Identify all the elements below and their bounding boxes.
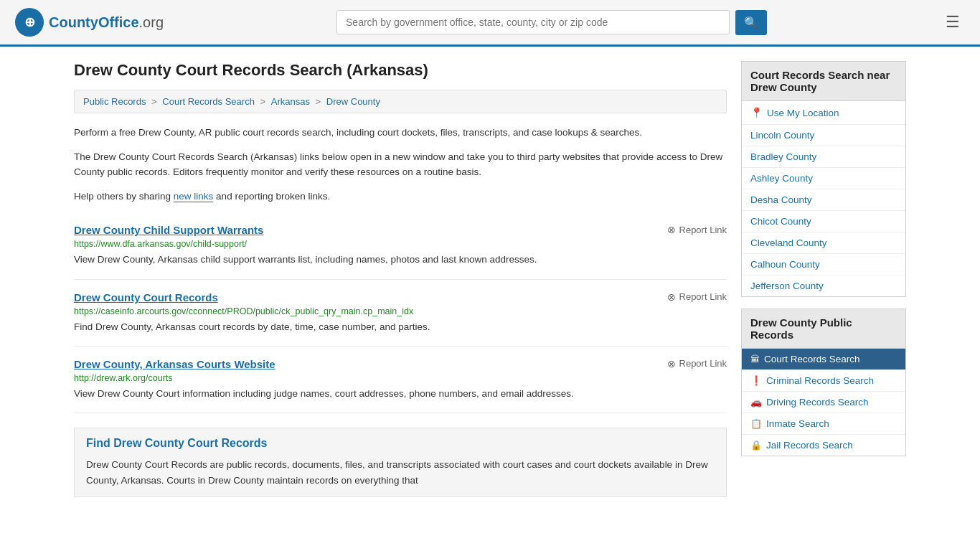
find-title: Find Drew County Court Records xyxy=(86,437,715,450)
sidebar-item-chicot[interactable]: Chicot County xyxy=(742,211,905,232)
site-header: ⊕ CountyOffice.org 🔍 ☰ xyxy=(0,0,980,47)
result-desc-1: View Drew County, Arkansas child support… xyxy=(74,253,727,267)
breadcrumb-public-records[interactable]: Public Records xyxy=(83,96,146,107)
sidebar-nearby-header: Court Records Search near Drew County xyxy=(741,61,906,101)
use-my-location-item[interactable]: 📍 Use My Location xyxy=(742,101,905,125)
result-url-2[interactable]: https://caseinfo.arcourts.gov/cconnect/P… xyxy=(74,306,727,316)
sidebar-item-jail-records[interactable]: 🔒 Jail Records Search xyxy=(742,435,905,456)
result-header: Drew County Child Support Warrants ⊗ Rep… xyxy=(74,224,727,236)
result-desc-2: Find Drew County, Arkansas court records… xyxy=(74,320,727,334)
result-header: Drew County, Arkansas Courts Website ⊗ R… xyxy=(74,358,727,370)
result-item: Drew County, Arkansas Courts Website ⊗ R… xyxy=(74,347,727,413)
inmate-icon: 📋 xyxy=(750,418,762,429)
breadcrumb-court-records-search[interactable]: Court Records Search xyxy=(162,96,255,107)
result-title-3[interactable]: Drew County, Arkansas Courts Website xyxy=(74,358,275,370)
page-title: Drew County Court Records Search (Arkans… xyxy=(74,61,727,80)
description-2: The Drew County Court Records Search (Ar… xyxy=(74,149,727,180)
logo[interactable]: ⊕ CountyOffice.org xyxy=(14,7,164,37)
svg-text:⊕: ⊕ xyxy=(24,15,35,29)
criminal-icon: ❗ xyxy=(750,375,762,386)
jail-icon: 🔒 xyxy=(750,440,762,451)
sidebar: Court Records Search near Drew County 📍 … xyxy=(741,61,906,497)
search-input[interactable] xyxy=(336,10,730,34)
result-item: Drew County Court Records ⊗ Report Link … xyxy=(74,280,727,347)
search-icon: 🔍 xyxy=(744,17,758,29)
result-header: Drew County Court Records ⊗ Report Link xyxy=(74,291,727,303)
sidebar-item-inmate-search[interactable]: 📋 Inmate Search xyxy=(742,413,905,435)
report-link-1[interactable]: ⊗ Report Link xyxy=(667,224,727,235)
report-icon-3: ⊗ xyxy=(667,358,676,369)
result-title-1[interactable]: Drew County Child Support Warrants xyxy=(74,224,263,236)
result-url-1[interactable]: https://www.dfa.arkansas.gov/child-suppo… xyxy=(74,239,727,249)
search-button[interactable]: 🔍 xyxy=(735,10,767,35)
location-pin-icon: 📍 xyxy=(750,107,763,118)
logo-icon: ⊕ xyxy=(14,7,44,37)
breadcrumb-drew-county[interactable]: Drew County xyxy=(326,96,380,107)
hamburger-icon: ☰ xyxy=(946,13,960,31)
logo-text: CountyOffice.org xyxy=(49,14,164,31)
sidebar-item-desha[interactable]: Desha County xyxy=(742,189,905,211)
driving-icon: 🚗 xyxy=(750,397,762,408)
result-url-3[interactable]: http://drew.ark.org/courts xyxy=(74,373,727,383)
menu-button[interactable]: ☰ xyxy=(940,10,966,34)
use-my-location-link[interactable]: Use My Location xyxy=(767,108,839,118)
court-icon: 🏛 xyxy=(750,354,760,364)
main-content: Drew County Court Records Search (Arkans… xyxy=(74,61,727,497)
sidebar-item-bradley[interactable]: Bradley County xyxy=(742,146,905,168)
sidebar-public-records-section: Drew County Public Records 🏛 Court Recor… xyxy=(741,309,906,456)
sidebar-item-calhoun[interactable]: Calhoun County xyxy=(742,254,905,276)
report-icon-2: ⊗ xyxy=(667,291,676,303)
new-links-link[interactable]: new links xyxy=(174,191,214,202)
description-1: Perform a free Drew County, AR public co… xyxy=(74,125,727,141)
sidebar-item-criminal-records[interactable]: ❗ Criminal Records Search xyxy=(742,370,905,392)
sidebar-item-lincoln[interactable]: Lincoln County xyxy=(742,125,905,146)
search-area: 🔍 xyxy=(336,10,767,35)
sidebar-nearby-section: Court Records Search near Drew County 📍 … xyxy=(741,61,906,297)
sidebar-item-jefferson[interactable]: Jefferson County xyxy=(742,276,905,296)
result-title-2[interactable]: Drew County Court Records xyxy=(74,291,218,303)
report-link-3[interactable]: ⊗ Report Link xyxy=(667,358,727,369)
result-item: Drew County Child Support Warrants ⊗ Rep… xyxy=(74,212,727,279)
sidebar-item-driving-records[interactable]: 🚗 Driving Records Search xyxy=(742,392,905,413)
breadcrumb-arkansas[interactable]: Arkansas xyxy=(271,96,310,107)
report-link-2[interactable]: ⊗ Report Link xyxy=(667,291,727,303)
description-3: Help others by sharing new links and rep… xyxy=(74,189,727,204)
sidebar-nearby-list: 📍 Use My Location Lincoln County Bradley… xyxy=(741,101,906,297)
sidebar-item-ashley[interactable]: Ashley County xyxy=(742,168,905,189)
find-text: Drew County Court Records are public rec… xyxy=(86,457,715,488)
sidebar-public-records-header: Drew County Public Records xyxy=(741,309,906,349)
sidebar-public-records-list: 🏛 Court Records Search ❗ Criminal Record… xyxy=(741,349,906,456)
result-desc-3: View Drew County Court information inclu… xyxy=(74,387,727,401)
find-section: Find Drew County Court Records Drew Coun… xyxy=(74,428,727,497)
report-icon-1: ⊗ xyxy=(667,224,676,235)
page-container: Drew County Court Records Search (Arkans… xyxy=(60,47,920,512)
sidebar-item-cleveland[interactable]: Cleveland County xyxy=(742,232,905,254)
sidebar-item-court-records[interactable]: 🏛 Court Records Search xyxy=(742,349,905,370)
breadcrumb: Public Records > Court Records Search > … xyxy=(74,90,727,113)
